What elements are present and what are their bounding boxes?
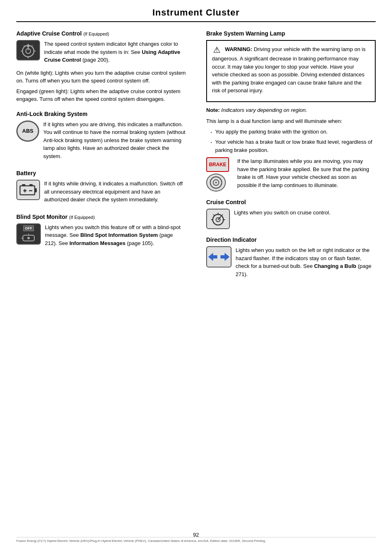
section-title-direction: Direction Indicator [206, 236, 376, 243]
brake-text-icon: BRAKE [206, 157, 229, 172]
section-title-brake: Brake System Warning Lamp [206, 30, 376, 37]
abs-icon-row: ABS If it lights when you are driving, t… [16, 120, 186, 163]
section-blind-spot: Blind Spot Monitor (If Equipped) OFF Lig… [16, 214, 186, 250]
bsm-text: Lights when you switch this feature off … [45, 223, 186, 247]
section-abs: Anti-Lock Braking System ABS If it light… [16, 111, 186, 163]
svg-point-16 [27, 237, 30, 239]
section-title-bsm: Blind Spot Monitor (If Equipped) [16, 214, 186, 220]
battery-icon-row: If it lights while driving, it indicates… [16, 180, 186, 206]
direction-text: Lights when you switch on the left or ri… [236, 246, 376, 278]
svg-rect-13 [22, 184, 25, 186]
page-title: Instrument Cluster [16, 7, 376, 18]
warning-box: ⚠ WARNING: Driving your vehicle with the… [206, 40, 376, 102]
battery-text: If it lights while driving, it indicates… [44, 180, 186, 204]
section-title-cruise: Cruise Control [206, 199, 376, 205]
section-brake-warning: Brake System Warning Lamp ⚠ WARNING: Dri… [206, 30, 376, 192]
svg-rect-8 [20, 186, 35, 195]
abs-icon: ABS [16, 120, 39, 142]
svg-point-6 [27, 45, 29, 47]
bsm-icon: OFF [16, 223, 41, 245]
direction-icon-row: Lights when you switch on the left or ri… [206, 246, 376, 281]
svg-rect-9 [35, 188, 37, 192]
brake-bullet-2: Your vehicle has a brake fault or low br… [210, 138, 376, 154]
cruise-text: Lights when you switch on cruise control… [234, 209, 330, 217]
svg-point-21 [215, 182, 217, 183]
brake-icons-text-row: BRAKE If the lamp illuminates while you … [206, 157, 376, 192]
svg-marker-28 [208, 253, 217, 261]
brake-circle-icon [206, 174, 226, 192]
section-adaptive-cruise-control: Adaptive Cruise Control (If Equipped) [16, 30, 186, 103]
svg-rect-14 [29, 184, 33, 186]
section-cruise-control: Cruise Control Lights [206, 199, 376, 229]
section-title-abs: Anti-Lock Braking System [16, 111, 186, 117]
section-direction-indicator: Direction Indicator Lights when you swit… [206, 236, 376, 281]
section-title-acc: Adaptive Cruise Control (If Equipped) [16, 30, 186, 37]
direction-icon [206, 246, 232, 267]
cruise-icon-row: Lights when you switch on cruise control… [206, 209, 376, 229]
cruise-icon [206, 209, 230, 229]
abs-text: If it lights when you are driving, this … [43, 120, 186, 160]
brake-icons-stack: BRAKE [206, 157, 229, 192]
brake-bullets: You apply the parking brake with the ign… [206, 128, 376, 154]
note-text: Note: Indicators vary depending on regio… [206, 106, 376, 114]
section-battery: Battery If it lights while driving, it i… [16, 170, 186, 206]
brake-bullet-1: You apply the parking brake with the ign… [210, 128, 376, 136]
footer-note: Fusion Energi (CC7) Hybrid Electric Vehi… [16, 537, 376, 543]
left-column: Adaptive Cruise Control (If Equipped) [16, 30, 198, 288]
right-column: Brake System Warning Lamp ⚠ WARNING: Dri… [198, 30, 376, 288]
battery-icon [16, 180, 40, 200]
acc-icon [16, 40, 40, 60]
bsm-icon-row: OFF Lights when you switch this feature … [16, 223, 186, 250]
acc-text-3: Engaged (green light): Lights when the a… [16, 87, 186, 103]
svg-marker-29 [220, 253, 229, 261]
brake-intro: This lamp is a dual function lamp and wi… [206, 117, 376, 125]
acc-text-1: The speed control system indicator light… [44, 40, 186, 64]
brake-description: If the lamp illuminates while you are mo… [237, 157, 376, 189]
warning-text: ⚠ WARNING: Driving your vehicle with the… [212, 45, 370, 95]
section-title-battery: Battery [16, 170, 186, 176]
warning-triangle-icon: ⚠ [212, 45, 222, 55]
content-area: Adaptive Cruise Control (If Equipped) [0, 22, 392, 296]
acc-text-2: On (white light): Lights when you turn t… [16, 69, 186, 85]
acc-icon-row: The speed control system indicator light… [16, 40, 186, 67]
page-header: Instrument Cluster [16, 0, 376, 22]
